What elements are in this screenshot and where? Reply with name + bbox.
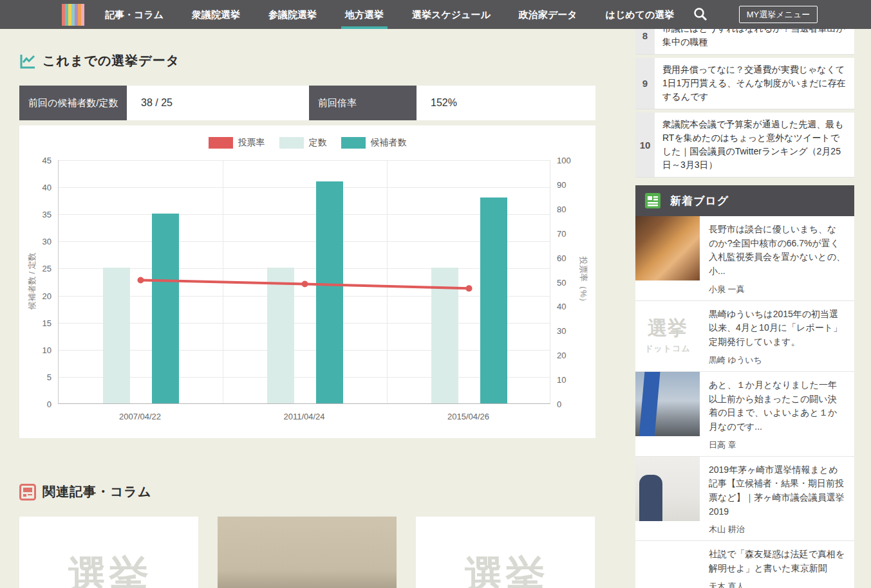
legend-swatch: [209, 137, 233, 149]
newspaper-icon: [19, 484, 36, 501]
stats-label: 前回倍率: [309, 86, 417, 120]
ranking-item[interactable]: 9 費用弁償ってなに？交通費が実費じゃなくて1日1万円貰える、そんな制度がいまだ…: [635, 58, 854, 113]
legend-label: 定数: [309, 137, 327, 149]
legend-label: 投票率: [238, 137, 265, 149]
blog-item[interactable]: 選挙 ドットコム 黒崎ゆういちは2015年の初当選以来、4月と10月に「レポート…: [635, 301, 854, 372]
nav-item[interactable]: 衆議院選挙: [192, 0, 240, 29]
y-tick: 80: [557, 204, 566, 214]
y-tick: 60: [557, 253, 566, 262]
stats-value: 38 / 25: [127, 86, 309, 120]
y-tick: 100: [557, 156, 571, 165]
search-icon[interactable]: [693, 6, 708, 22]
ranking-item[interactable]: 10 衆議院本会議で予算案が通過した先週、最もRTを集めたのはちょっと意外なツイ…: [635, 113, 854, 181]
blog-thumbnail: [635, 216, 700, 280]
right-axis-label: 投票率（%）: [577, 257, 589, 306]
ranking-item-title[interactable]: 費用弁償ってなに？交通費が実費じゃなくて1日1万円貰える、そんな制度がいまだに存…: [655, 58, 854, 109]
y-tick: 70: [557, 228, 566, 238]
legend-item[interactable]: 候補者数: [341, 137, 407, 149]
related-articles-section-header: 関連記事・コラム: [19, 483, 151, 501]
article-card-photo[interactable]: [218, 517, 397, 588]
stats-value: 152%: [417, 86, 595, 120]
blog-item-author: 木山 耕治: [709, 524, 845, 535]
legend-swatch: [341, 137, 366, 149]
election-history-chart: 投票率定数候補者数 051015202530354045 01020304050…: [19, 125, 595, 438]
logo-text-main: 選挙: [416, 549, 595, 588]
blog-item[interactable]: 長野市は談合に優しいまち、なのか?全国中核市の66.7%が置く入札監視委員会を置…: [635, 216, 854, 301]
y-tick: 45: [42, 156, 52, 165]
y-tick: 35: [42, 210, 52, 219]
article-card[interactable]: 選挙 ドットコム: [19, 517, 198, 588]
y-tick: 30: [42, 237, 52, 246]
y-tick: 30: [557, 326, 566, 336]
legend-label: 候補者数: [371, 137, 407, 149]
blog-thumbnail: [635, 372, 700, 436]
site-logo[interactable]: [62, 4, 84, 26]
blog-item-title[interactable]: 社説で「森友疑惑は法廷で真相を解明せよ」と書いた東京新聞: [709, 547, 845, 575]
nav-item[interactable]: 選挙スケジュール: [412, 0, 491, 29]
y-tick: 40: [557, 302, 566, 311]
y-tick: 0: [557, 400, 561, 409]
blog-section-header: 新着ブログ: [635, 185, 854, 216]
y-tick: 10: [557, 375, 566, 385]
chart-legend: 投票率定数候補者数: [19, 137, 595, 149]
y-tick: 10: [42, 345, 52, 354]
blog-item[interactable]: あと、１か月となりました一年以上前から始まったこの闘い決着の日まで、いよいよあと…: [635, 372, 854, 457]
y-tick: 90: [557, 179, 566, 189]
x-tick-label: 2011/04/24: [283, 412, 324, 421]
related-article-cards: 選挙 ドットコム 選挙 ドットコム: [19, 517, 595, 588]
blog-item-author: 黒崎 ゆういち: [709, 354, 845, 366]
legend-item[interactable]: 投票率: [209, 137, 265, 149]
legend-item[interactable]: 定数: [279, 137, 327, 149]
legend-swatch: [279, 137, 304, 149]
y-tick: 50: [557, 277, 566, 287]
x-tick-label: 2015/04/26: [447, 412, 489, 421]
page: 8 市議にはどうすればなれるか？当選者輩出が集中の職種 9 費用弁償ってなに？交…: [0, 0, 871, 588]
blog-thumbnail: [635, 457, 700, 521]
top-navigation: 記事・コラム衆議院選挙参議院選挙地方選挙選挙スケジュール政治家データはじめての選…: [0, 0, 871, 29]
y-tick: 5: [47, 372, 52, 381]
nav-item[interactable]: 政治家データ: [519, 0, 577, 29]
blog-item[interactable]: 社説で「森友疑惑は法廷で真相を解明せよ」と書いた東京新聞 天木 直人: [635, 541, 854, 588]
ranking-item-title[interactable]: 衆議院本会議で予算案が通過した先週、最もRTを集めたのはちょっと意外なツイートで…: [655, 113, 854, 177]
my-election-menu-button[interactable]: MY選挙メニュー: [739, 6, 818, 23]
blog-item-author: 天木 直人: [709, 581, 845, 588]
nav-item[interactable]: 地方選挙: [345, 0, 384, 29]
blog-icon: [644, 192, 661, 209]
nav-menu: 記事・コラム衆議院選挙参議院選挙地方選挙選挙スケジュール政治家データはじめての選…: [105, 0, 674, 29]
y-tick: 25: [42, 264, 52, 273]
line-chart-icon: [19, 53, 36, 69]
previous-election-stats: 前回の候補者数/定数 38 / 25 前回倍率 152%: [19, 86, 595, 120]
turnout-line: [59, 160, 551, 404]
y-tick: 40: [42, 183, 52, 192]
logo-text-main: 選挙: [635, 315, 700, 342]
logo-text-main: 選挙: [19, 549, 198, 588]
y-tick: 15: [42, 318, 52, 327]
ranking-list: 8 市議にはどうすればなれるか？当選者輩出が集中の職種 9 費用弁償ってなに？交…: [635, 17, 854, 181]
nav-item[interactable]: 記事・コラム: [105, 0, 164, 29]
y-tick: 20: [42, 291, 52, 300]
section-title: これまでの選挙データ: [42, 52, 180, 69]
nav-item[interactable]: はじめての選挙: [606, 0, 675, 29]
left-axis-label: 候補者数 / 定数: [26, 253, 38, 310]
blog-item-title[interactable]: あと、１か月となりました一年以上前から始まったこの闘い決着の日まで、いよいよあと…: [709, 378, 845, 434]
blog-thumbnail-logo-placeholder: 選挙 ドットコム: [635, 301, 700, 365]
y-tick: 0: [47, 400, 52, 409]
nav-item[interactable]: 参議院選挙: [268, 0, 317, 29]
blog-section-title: 新着ブログ: [670, 194, 729, 208]
section-title: 関連記事・コラム: [42, 483, 151, 501]
x-tick-label: 2007/04/22: [119, 412, 161, 421]
blog-item-title[interactable]: 2019年茅ヶ崎市選挙情報まとめ記事【立候補者・結果・期日前投票など】｜茅ヶ崎市…: [709, 463, 845, 519]
article-card[interactable]: 選挙 ドットコム: [416, 517, 595, 588]
blog-item-author: 小泉 一真: [709, 284, 845, 295]
blog-item-author: 日高 章: [709, 439, 845, 451]
chart-plot: [58, 160, 550, 404]
blog-item-title[interactable]: 長野市は談合に優しいまち、なのか?全国中核市の66.7%が置く入札監視委員会を置…: [709, 223, 845, 279]
y-tick: 20: [557, 351, 566, 360]
election-data-section-header: これまでの選挙データ: [19, 52, 180, 69]
blog-item[interactable]: 2019年茅ヶ崎市選挙情報まとめ記事【立候補者・結果・期日前投票など】｜茅ヶ崎市…: [635, 457, 854, 542]
blog-item-title[interactable]: 黒崎ゆういちは2015年の初当選以来、4月と10月に「レポート」定期発行していま…: [709, 308, 845, 349]
logo-text-sub: ドットコム: [635, 343, 700, 354]
rank-number: 10: [635, 113, 655, 177]
stats-label: 前回の候補者数/定数: [19, 86, 127, 120]
blog-list: 長野市は談合に優しいまち、なのか?全国中核市の66.7%が置く入札監視委員会を置…: [635, 216, 854, 588]
